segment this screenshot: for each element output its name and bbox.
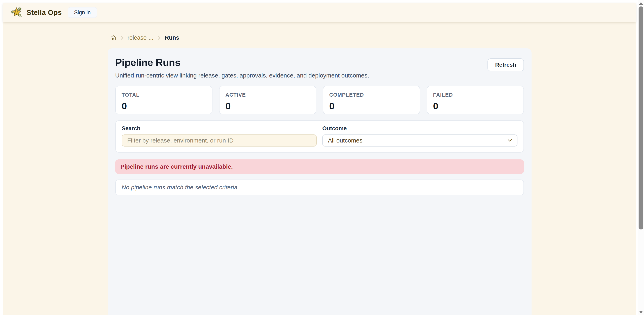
stat-label: TOTAL — [122, 92, 206, 98]
vertical-scrollbar[interactable] — [638, 0, 644, 315]
brand-title: Stella Ops — [26, 9, 62, 17]
empty-state-text: No pipeline runs match the selected crit… — [122, 184, 239, 191]
stat-label: ACTIVE — [226, 92, 310, 98]
chevron-right-icon — [157, 35, 160, 40]
refresh-button[interactable]: Refresh — [488, 58, 524, 71]
stat-value: 0 — [329, 100, 414, 112]
app-root: Stella Ops Sign in release-.. — [3, 3, 636, 315]
chevron-right-icon — [120, 35, 124, 40]
stat-label: FAILED — [433, 92, 518, 98]
outcome-label: Outcome — [322, 125, 518, 132]
stat-card-total: TOTAL 0 — [115, 86, 212, 114]
home-icon[interactable] — [110, 35, 116, 41]
stat-card-completed: COMPLETED 0 — [323, 86, 420, 114]
empty-state-card: No pipeline runs match the selected crit… — [115, 180, 524, 195]
outcome-field-group: Outcome All outcomes — [322, 125, 518, 147]
page-title: Pipeline Runs — [115, 57, 369, 69]
filters-panel: Search Outcome All outcomes — [115, 120, 524, 153]
stat-card-active: ACTIVE 0 — [219, 86, 316, 114]
page-subtitle: Unified run-centric view linking release… — [115, 72, 369, 79]
content-column: release-... Runs Pipeline Runs Unified r… — [108, 34, 532, 315]
page-background: release-... Runs Pipeline Runs Unified r… — [3, 22, 636, 315]
stat-label: COMPLETED — [329, 92, 414, 98]
gear-top-right — [18, 7, 21, 11]
search-input[interactable] — [122, 134, 317, 147]
stat-card-failed: FAILED 0 — [427, 86, 524, 114]
stella-ops-logo-icon — [11, 7, 22, 18]
stat-value: 0 — [433, 100, 518, 112]
stat-value: 0 — [122, 100, 206, 112]
magnifier — [18, 14, 22, 17]
search-field-group: Search — [122, 125, 317, 147]
panel-header-text: Pipeline Runs Unified run-centric view l… — [115, 57, 369, 79]
browser-viewport: Stella Ops Sign in release-.. — [0, 0, 644, 315]
search-label: Search — [122, 125, 317, 132]
error-banner: Pipeline runs are currently unavailable. — [115, 159, 524, 174]
scrollbar-down-arrow-icon[interactable] — [639, 311, 643, 313]
outcome-select[interactable]: All outcomes — [322, 134, 518, 147]
breadcrumb-item-runs: Runs — [164, 35, 179, 41]
app-header: Stella Ops Sign in — [3, 3, 636, 22]
breadcrumb: release-... Runs — [108, 34, 532, 41]
sign-in-button[interactable]: Sign in — [68, 7, 97, 18]
outcome-selected-value: All outcomes — [328, 137, 362, 144]
pipeline-runs-panel: Pipeline Runs Unified run-centric view l… — [108, 48, 532, 315]
breadcrumb-item-release[interactable]: release-... — [128, 35, 154, 41]
stats-row: TOTAL 0 ACTIVE 0 COMPLETED 0 FAILED — [115, 86, 524, 114]
scrollbar-up-arrow-icon[interactable] — [639, 2, 643, 5]
stat-value: 0 — [226, 100, 310, 112]
chevron-down-icon — [508, 139, 512, 142]
scrollbar-thumb[interactable] — [638, 7, 644, 229]
error-banner-text: Pipeline runs are currently unavailable. — [120, 163, 233, 170]
panel-header: Pipeline Runs Unified run-centric view l… — [115, 57, 524, 79]
